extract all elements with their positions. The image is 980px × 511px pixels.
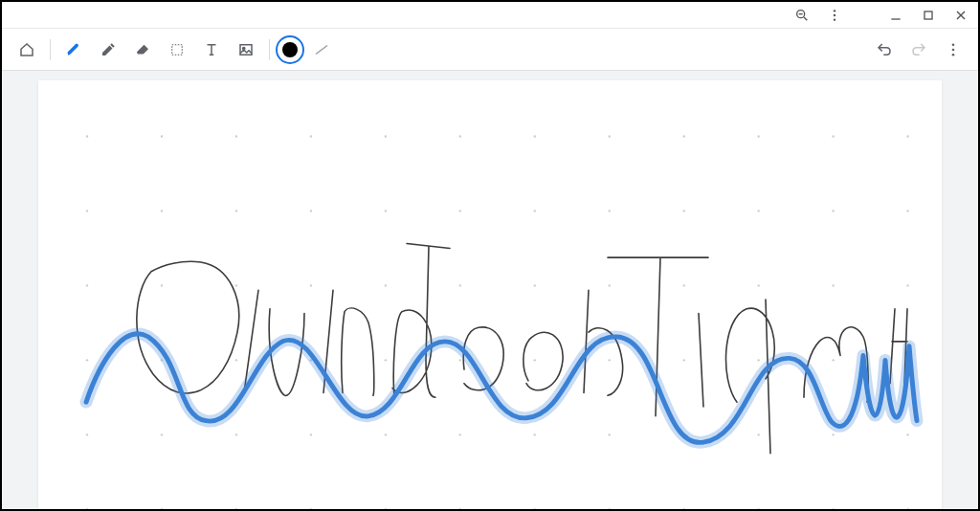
image-tool[interactable] bbox=[229, 33, 263, 67]
canvas-area bbox=[2, 71, 978, 509]
svg-point-17 bbox=[952, 43, 955, 46]
more-button[interactable] bbox=[936, 33, 970, 67]
svg-point-3 bbox=[834, 10, 835, 11]
color-picker[interactable] bbox=[276, 35, 304, 64]
select-tool[interactable] bbox=[160, 33, 194, 67]
current-color-swatch bbox=[282, 42, 298, 57]
svg-point-4 bbox=[834, 13, 835, 15]
window-titlebar bbox=[2, 2, 978, 29]
stroke-preview[interactable] bbox=[304, 33, 339, 67]
zoom-out-icon[interactable] bbox=[791, 4, 813, 27]
minimize-button[interactable] bbox=[884, 4, 907, 27]
redo-button[interactable] bbox=[902, 33, 936, 67]
canvas-paper[interactable] bbox=[38, 80, 942, 509]
svg-rect-10 bbox=[172, 44, 183, 55]
toolbar-divider bbox=[269, 39, 270, 60]
more-vert-icon[interactable] bbox=[823, 4, 846, 27]
home-button[interactable] bbox=[10, 33, 44, 67]
svg-point-5 bbox=[834, 18, 835, 20]
stroke-layer bbox=[38, 80, 942, 509]
eraser-tool[interactable] bbox=[125, 33, 160, 67]
drawing-toolbar bbox=[2, 29, 978, 71]
svg-line-16 bbox=[316, 45, 327, 54]
close-button[interactable] bbox=[949, 4, 972, 27]
pen-tool[interactable] bbox=[56, 33, 91, 67]
svg-rect-7 bbox=[924, 11, 932, 19]
toolbar-divider bbox=[50, 39, 51, 60]
svg-line-1 bbox=[804, 17, 807, 20]
svg-point-18 bbox=[952, 48, 955, 51]
svg-point-19 bbox=[952, 53, 955, 56]
undo-button[interactable] bbox=[867, 33, 902, 67]
svg-rect-14 bbox=[240, 44, 252, 55]
text-tool[interactable] bbox=[194, 33, 229, 67]
maximize-button[interactable] bbox=[917, 4, 940, 27]
marker-tool[interactable] bbox=[91, 33, 125, 67]
